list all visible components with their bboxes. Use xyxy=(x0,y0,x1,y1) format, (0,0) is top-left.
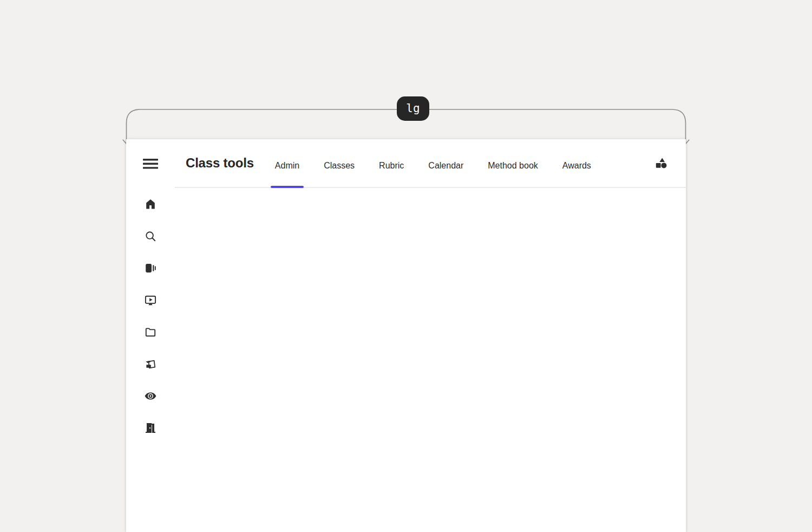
breakpoint-badge: lg xyxy=(397,96,429,121)
home-icon xyxy=(144,198,157,211)
header-main: Class tools Admin Classes Rubric Calenda… xyxy=(175,139,686,188)
sidebar-item-video-lessons[interactable] xyxy=(144,294,157,307)
menu-button[interactable] xyxy=(140,155,161,172)
eye-icon xyxy=(144,390,157,403)
sidebar-item-search[interactable] xyxy=(144,230,157,243)
hamburger-menu-icon xyxy=(143,159,158,169)
app-header: Class tools Admin Classes Rubric Calenda… xyxy=(126,139,686,188)
video-lessons-icon xyxy=(144,294,157,307)
sidebar-item-home[interactable] xyxy=(144,198,157,211)
tab-bar: Admin Classes Rubric Calendar Method boo… xyxy=(271,139,595,187)
tab-admin[interactable]: Admin xyxy=(271,139,304,187)
app-card: Class tools Admin Classes Rubric Calenda… xyxy=(126,139,686,532)
page-title: Class tools xyxy=(186,155,254,171)
sidebar xyxy=(126,188,175,532)
door-icon xyxy=(144,421,157,434)
sidebar-item-folder[interactable] xyxy=(144,326,157,339)
sidebar-item-door[interactable] xyxy=(144,421,157,434)
shapes-icon xyxy=(654,157,669,170)
app-body xyxy=(126,188,686,532)
content-area xyxy=(175,188,686,532)
writing-icon xyxy=(144,358,157,371)
breakpoint-demo-viewport: lg Class tools Admin Classes Rubric xyxy=(0,0,812,532)
breakpoint-badge-label: lg xyxy=(406,103,420,114)
tab-classes[interactable]: Classes xyxy=(319,139,359,187)
sidebar-item-writing[interactable] xyxy=(144,358,157,371)
sidebar-item-eye[interactable] xyxy=(144,390,157,403)
tab-calendar[interactable]: Calendar xyxy=(424,139,468,187)
tab-rubric[interactable]: Rubric xyxy=(375,139,408,187)
search-icon xyxy=(144,230,157,243)
tab-awards[interactable]: Awards xyxy=(558,139,595,187)
menu-area xyxy=(126,139,175,188)
tab-method-book[interactable]: Method book xyxy=(483,139,542,187)
folder-icon xyxy=(144,326,157,339)
sidebar-item-stories[interactable] xyxy=(144,262,157,275)
stories-icon xyxy=(144,262,157,275)
shapes-button[interactable] xyxy=(653,155,670,171)
